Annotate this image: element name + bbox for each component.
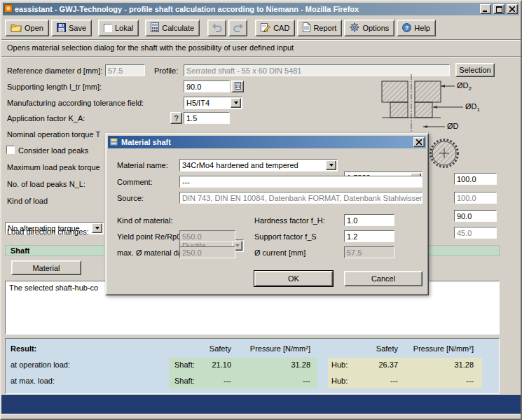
maximize-button[interactable] (493, 4, 504, 14)
redo-button[interactable] (228, 20, 247, 36)
undo-arrow-icon (212, 22, 223, 34)
kind-of-load-label: Kind of load (7, 197, 48, 205)
open-folder-icon (11, 23, 22, 34)
calculate-button-label: Calculate (162, 24, 194, 32)
yield-point-label: Yield point Re/Rp0.2: (117, 232, 190, 241)
diameter-d1-label: ØD1 (465, 102, 480, 113)
result-title: Result: (11, 344, 36, 353)
length-calculator-button[interactable] (231, 80, 244, 92)
save-button-label: Save (69, 24, 86, 32)
bottom-navy-bar (1, 395, 521, 414)
cad-button-label: CAD (273, 24, 289, 32)
application-factor-field[interactable]: 1.5 (184, 112, 230, 124)
toolbar-divider (1, 39, 521, 41)
shaft-pressure-value: 31.28 (240, 360, 310, 369)
reference-diameter-field: 57.5 (105, 64, 145, 76)
help-icon: ? (402, 23, 411, 34)
ok-button[interactable]: OK (254, 271, 333, 286)
cad-pencil-icon (261, 22, 270, 34)
tolerance-dropdown[interactable]: H5/IT4 (184, 97, 242, 109)
calculator-icon (151, 22, 159, 34)
material-button[interactable]: Material (11, 260, 81, 275)
material-name-dropdown[interactable]: 34CrMo4 hardened and tempered (179, 159, 338, 172)
chevron-down-icon[interactable] (326, 160, 336, 170)
dialog-close-button[interactable] (413, 137, 425, 147)
support-factor-field[interactable]: 1.2 (344, 230, 394, 242)
shaft-safety-header: Safety (181, 344, 231, 353)
shaft-pressure-value: --- (240, 377, 310, 385)
diameter-d-label: ØD (447, 122, 459, 130)
right-field-2: 100.0 (454, 192, 497, 204)
svg-text:?: ? (405, 24, 409, 31)
chevron-down-icon[interactable] (231, 98, 241, 108)
hub-safety-value: 26.37 (342, 360, 398, 369)
comment-field[interactable]: --- (179, 176, 423, 188)
right-field-3[interactable]: 90.0 (454, 210, 497, 222)
support-factor-label: Support factor f_S (254, 232, 317, 241)
kind-of-material-label: Kind of material: (117, 216, 172, 225)
reference-diameter-label: Reference diameter d [mm]: (7, 66, 102, 75)
report-button-label: Report (313, 24, 336, 32)
supporting-length-field[interactable]: 90.0 (184, 80, 230, 92)
dialog-icon (109, 137, 118, 148)
hardness-factor-label: Hardness factor f_H: (254, 216, 325, 225)
dialog-titlebar[interactable]: Material shaft (108, 136, 426, 148)
window-title: eassistant - GWJ-Technology - profile sh… (15, 5, 478, 13)
dialog-title: Material shaft (121, 138, 411, 146)
max-diameter-field: 250.0 (179, 246, 235, 258)
window-titlebar[interactable]: eassistant - GWJ-Technology - profile sh… (3, 3, 519, 15)
right-field-1[interactable]: 100.0 (454, 173, 497, 185)
consider-load-peaks-label: Consider load peaks (18, 146, 88, 155)
current-diameter-label: Ø current [mm] (254, 248, 305, 257)
options-button-label: Options (362, 24, 389, 32)
material-name-label: Material name: (117, 161, 168, 169)
cancel-button[interactable]: Cancel (344, 271, 423, 286)
result-row-label: at max. load: (11, 377, 55, 385)
hub-pressure-value: --- (412, 377, 474, 385)
open-button[interactable]: Open (5, 20, 49, 36)
hub-pressure-value: 31.28 (412, 360, 474, 369)
hint-divider (1, 56, 521, 57)
cad-button[interactable]: CAD (255, 20, 295, 36)
tolerance-value: H5/IT4 (186, 99, 210, 107)
right-field-4: 45.0 (454, 227, 497, 239)
source-field: DIN 743, DIN EN 10084, Datenbank FORMAT,… (179, 192, 423, 204)
result-panel: Result: Safety Pressure [N/mm²] Safety P… (5, 338, 500, 394)
hub-safety-value: --- (342, 377, 398, 385)
undo-button[interactable] (207, 20, 226, 36)
shaft-safety-value: --- (181, 377, 231, 385)
report-button[interactable]: Report (297, 20, 342, 36)
redo-arrow-icon (233, 22, 244, 34)
minimize-button[interactable] (480, 4, 491, 14)
shaft-pressure-header: Pressure [N/mm²] (240, 344, 310, 353)
report-document-icon (303, 22, 310, 34)
supporting-length-label: Supporting length l_tr [mm]: (7, 83, 102, 91)
max-load-peak-label: Maximum load peak torque (7, 163, 100, 172)
application-factor-help-button[interactable]: ? (170, 112, 182, 124)
chevron-down-icon[interactable] (92, 223, 102, 233)
comment-label: Comment: (117, 178, 153, 186)
diameter-d2-label: ØD2 (457, 81, 472, 92)
lokal-label: Lokal (115, 24, 133, 32)
result-row-label: at operation load: (11, 360, 70, 369)
shaft-safety-value: 21.10 (181, 360, 231, 369)
source-label: Source: (117, 194, 144, 202)
load-peaks-label: No. of load peaks N_L: (7, 180, 85, 188)
help-button[interactable]: ? Help (397, 20, 436, 36)
save-button[interactable]: Save (51, 20, 92, 36)
options-button[interactable]: Options (344, 20, 394, 36)
close-button[interactable] (507, 4, 518, 14)
app-icon (4, 4, 13, 14)
lokal-toggle[interactable]: Lokal (98, 20, 139, 36)
save-floppy-icon (57, 23, 66, 34)
consider-load-peaks-checkbox[interactable] (6, 146, 15, 154)
nominal-torque-label: Nominal operation torque T (7, 130, 100, 139)
hardness-factor-field[interactable]: 1.0 (344, 214, 394, 226)
calculate-button[interactable]: Calculate (145, 20, 200, 36)
mini-calculator-icon (235, 82, 241, 91)
profile-label: Profile: (154, 66, 178, 75)
hub-pressure-header: Pressure [N/mm²] (412, 344, 474, 353)
lokal-checkbox[interactable] (104, 24, 112, 32)
application-factor-label: Application factor K_A: (7, 114, 85, 122)
toolbar: Open Save Lokal Calculate CAD Report (1, 17, 522, 39)
